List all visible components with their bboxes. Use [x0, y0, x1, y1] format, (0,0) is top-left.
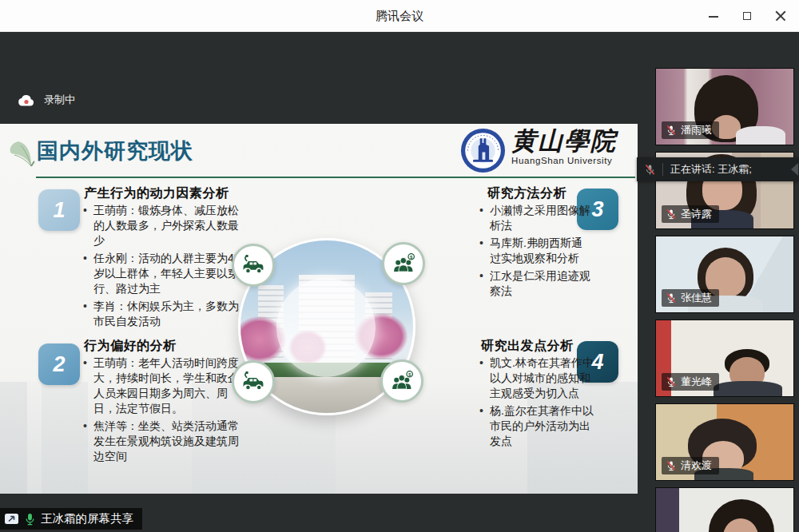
- tencent-meeting-window: 腾讯会议 录制中: [0, 0, 799, 532]
- people-cost-icon: $: [380, 359, 423, 403]
- section-1-title: 产生行为的动力因素分析: [84, 185, 229, 202]
- section-2-title: 行为偏好的分析: [84, 338, 177, 355]
- participant-name: 潘雨曦: [681, 123, 712, 137]
- speaking-toast: 正在讲话: 王冰霜;: [637, 157, 799, 181]
- participant-name: 张佳慧: [681, 291, 712, 305]
- close-icon[interactable]: [775, 10, 786, 22]
- bullet-item: 马库斯.弗朗西斯通过实地观察和分析: [478, 236, 591, 266]
- mic-muted-icon: [666, 376, 677, 387]
- participant-name-chip: 潘雨曦: [662, 121, 719, 139]
- participant-video: [656, 488, 793, 532]
- participant-tile[interactable]: 江子霖: [655, 487, 794, 532]
- shared-slide: 国内外研究现状 黄山學院: [0, 124, 638, 494]
- participant-tile[interactable]: 张佳慧: [655, 236, 794, 313]
- mic-muted-icon: [666, 292, 677, 304]
- mic-muted-icon: [666, 125, 677, 136]
- participants-sidebar: 潘雨曦: [655, 68, 797, 532]
- section-3-bullets: 小濑博之采用图像解析法马库斯.弗朗西斯通过实地观察和分析江水是仁采用追迹观察法: [478, 203, 591, 301]
- slide-title: 国内外研究现状: [37, 137, 193, 165]
- section-2-number-badge: 2: [38, 343, 80, 385]
- recording-indicator[interactable]: 录制中: [18, 93, 75, 107]
- bullet-item: 任永刚：活动的人群主要为45岁以上群体，年轻人主要以穿行、路过为主: [81, 251, 246, 296]
- participant-name: 董光峰: [681, 375, 712, 389]
- bullet-item: 王萌萌：锻炼身体、减压放松的人数最多，户外探索人数最少: [81, 203, 246, 248]
- bullet-item: 杨.盖尔在其著作中以市民的户外活动为出发点: [478, 403, 594, 449]
- bullet-item: 焦洋等：坐类、站类活动通常发生在景观构筑设施及建筑周边空间: [81, 419, 246, 464]
- bullet-item: 凯文.林奇在其著作中以人对城市的感知和主观感受为切入点: [478, 355, 594, 401]
- section-1-bullets: 王萌萌：锻炼身体、减压放松的人数最多，户外探索人数最少任永刚：活动的人群主要为4…: [81, 203, 246, 332]
- participant-tile[interactable]: 清欢渡: [655, 403, 794, 481]
- participant-tiles: 潘雨曦: [655, 68, 797, 532]
- section-4-title: 研究出发点分析: [481, 338, 574, 355]
- maximize-icon[interactable]: [741, 10, 753, 22]
- electric-car-icon: [232, 360, 275, 403]
- meeting-content-area: 录制中 国内外研究现状: [0, 32, 799, 532]
- screen-share-status-chip: 王冰霜的屏幕共享: [0, 508, 142, 530]
- bullet-item: 江水是仁采用追迹观察法: [478, 268, 591, 299]
- window-title: 腾讯会议: [0, 0, 799, 32]
- participant-name: 清欢渡: [681, 459, 712, 473]
- mic-active-icon: [24, 513, 36, 526]
- toast-divider: [662, 163, 663, 176]
- university-name-cn: 黄山學院: [511, 128, 617, 155]
- participant-tile[interactable]: 潘雨曦: [655, 68, 794, 145]
- section-3-title: 研究方法分析: [487, 185, 566, 202]
- minimize-icon[interactable]: [708, 10, 719, 22]
- bullet-item: 李肖：休闲娱乐为主，多数为市民自发活动: [81, 299, 246, 329]
- title-underline: [36, 177, 635, 178]
- collapse-chevron-icon[interactable]: [791, 163, 798, 176]
- participant-name-chip: 圣诗露: [662, 205, 719, 223]
- inner-highlight-circle: [276, 278, 376, 377]
- electric-car-icon: [232, 244, 275, 287]
- ginkgo-leaf-icon: [5, 140, 35, 169]
- university-emblem-icon: [460, 128, 506, 173]
- cloud-record-icon: [18, 94, 35, 106]
- slide-header: 国内外研究现状 黄山學院: [0, 124, 638, 180]
- university-logo: 黄山學院 HuangShan University: [460, 128, 617, 173]
- participant-name: 圣诗露: [681, 207, 712, 221]
- mic-muted-icon: [666, 208, 677, 220]
- participant-tile[interactable]: 董光峰: [655, 320, 794, 397]
- university-name-en: HuangShan University: [511, 156, 617, 165]
- window-titlebar: 腾讯会议: [0, 0, 799, 32]
- recording-label: 录制中: [44, 93, 75, 107]
- section-4-bullets: 凯文.林奇在其著作中以人对城市的感知和主观感受为切入点杨.盖尔在其著作中以市民的…: [478, 355, 594, 451]
- participant-name-chip: 清欢渡: [662, 457, 719, 474]
- mic-muted-icon: [666, 460, 677, 471]
- participant-name-chip: 董光峰: [662, 373, 719, 391]
- people-cost-icon: $: [382, 242, 425, 285]
- bullet-item: 王萌萌：老年人活动时间跨度大，持续时间长，学生和政企人员来园日期多为周六、周日，…: [81, 355, 246, 416]
- bullet-item: 小濑博之采用图像解析法: [478, 203, 591, 233]
- section-1-number-badge: 1: [38, 189, 80, 231]
- speaking-toast-text: 正在讲话: 王冰霜;: [670, 162, 752, 177]
- window-controls: [708, 0, 786, 32]
- screen-share-label: 王冰霜的屏幕共享: [41, 511, 133, 526]
- participant-name-chip: 张佳慧: [662, 289, 719, 307]
- screen-share-icon: [4, 512, 19, 526]
- section-2-bullets: 王萌萌：老年人活动时间跨度大，持续时间长，学生和政企人员来园日期多为周六、周日，…: [81, 355, 246, 466]
- mic-muted-icon: [644, 164, 656, 176]
